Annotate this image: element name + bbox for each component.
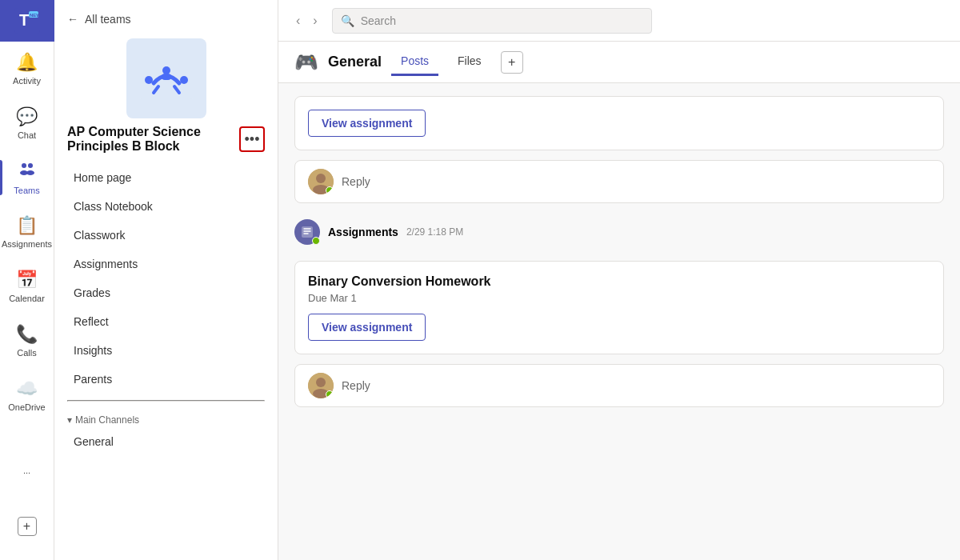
svg-point-7 (26, 170, 34, 175)
calendar-label: Calendar (9, 294, 45, 303)
add-icon: + (18, 517, 37, 536)
more-dots: ... (23, 466, 30, 475)
svg-point-5 (28, 163, 33, 168)
add-tab-button[interactable]: + (501, 51, 523, 74)
assignments-label: Assignments (328, 226, 398, 238)
sidebar-nav-parents[interactable]: Parents (54, 365, 278, 394)
view-assignment-button-2[interactable]: View assignment (308, 314, 426, 341)
assignment-title-2: Binary Conversion Homework (308, 274, 930, 289)
top-bar: ‹ › 🔍 Search (278, 0, 960, 42)
assignments-time: 2/29 1:18 PM (406, 226, 463, 238)
channel-title: General (328, 54, 382, 70)
reply-row-2[interactable]: Reply (294, 364, 944, 407)
channel-general[interactable]: General (54, 429, 278, 454)
search-bar[interactable]: 🔍 Search (332, 8, 652, 34)
search-placeholder: Search (361, 14, 396, 27)
add-button[interactable]: + (0, 499, 54, 554)
sidebar-item-calendar[interactable]: 📅 Calendar (0, 259, 54, 314)
sidebar-item-activity[interactable]: 🔔 Activity (0, 42, 54, 96)
svg-point-9 (145, 76, 153, 84)
left-nav: T NEW 🔔 Activity 💬 Chat Teams 📋 Assignme… (0, 0, 54, 560)
search-icon: 🔍 (341, 14, 354, 27)
nav-arrows: ‹ › (291, 10, 322, 31)
channel-icon: 🎮 (294, 51, 318, 74)
calendar-icon: 📅 (16, 270, 38, 290)
svg-point-12 (162, 66, 170, 74)
onedrive-icon: ☁️ (16, 378, 38, 399)
svg-text:NEW: NEW (30, 13, 40, 18)
team-avatar (126, 38, 206, 118)
sidebar-item-chat[interactable]: 💬 Chat (0, 96, 54, 150)
sidebar-nav-reflect[interactable]: Reflect (54, 307, 278, 336)
tab-files[interactable]: Files (448, 48, 491, 76)
chat-label: Chat (18, 130, 36, 140)
reply-label-2: Reply (342, 379, 370, 392)
assignments-label: Assignments (2, 239, 52, 249)
svg-point-10 (180, 76, 188, 84)
back-to-all-teams[interactable]: ← All teams (54, 0, 278, 32)
sidebar-nav-home[interactable]: Home page (54, 163, 278, 192)
all-teams-label: All teams (85, 13, 131, 26)
sidebar-item-teams[interactable]: Teams (0, 150, 54, 205)
back-arrow-button[interactable]: ‹ (291, 10, 305, 31)
sidebar-item-calls[interactable]: 📞 Calls (0, 314, 54, 368)
more-dots-icon: ••• (245, 131, 260, 148)
reply-label-1: Reply (342, 175, 370, 188)
activity-label: Activity (13, 76, 41, 86)
calls-label: Calls (17, 348, 36, 358)
back-arrow-icon: ← (67, 13, 78, 26)
teams-icon (18, 160, 36, 182)
avatar-online-badge-2 (326, 390, 334, 398)
svg-point-29 (316, 378, 326, 387)
svg-point-25 (316, 174, 326, 183)
assignments-notification-row: Assignments 2/29 1:18 PM (294, 213, 944, 251)
svg-rect-11 (162, 74, 171, 80)
feed: View assignment Reply (278, 83, 960, 560)
svg-rect-27 (302, 226, 313, 238)
avatar-1 (308, 169, 334, 194)
team-more-button[interactable]: ••• (239, 126, 265, 152)
svg-text:T: T (19, 11, 29, 29)
channels-section-label: ▾ Main Channels (54, 408, 278, 429)
channel-header: 🎮 General Posts Files + (278, 42, 960, 83)
sidebar-nav-assignments[interactable]: Assignments (54, 250, 278, 278)
reply-row-1[interactable]: Reply (294, 160, 944, 203)
sidebar-item-onedrive[interactable]: ☁️ OneDrive (0, 368, 54, 422)
avatar-online-badge-1 (326, 186, 334, 194)
sidebar-item-assignments[interactable]: 📋 Assignments (0, 205, 54, 259)
sidebar-nav-insights[interactable]: Insights (54, 336, 278, 365)
svg-point-4 (22, 163, 26, 168)
more-button[interactable]: ... (0, 443, 54, 498)
assignments-notification-icon (294, 219, 320, 245)
activity-icon: 🔔 (16, 52, 38, 73)
onedrive-label: OneDrive (8, 402, 45, 412)
assign-online-badge (312, 237, 320, 245)
tab-posts[interactable]: Posts (391, 48, 438, 76)
assignment-due-2: Due Mar 1 (308, 292, 930, 304)
channels-expand-icon: ▾ (67, 414, 72, 426)
add-tab-icon: + (508, 55, 515, 70)
sidebar: ← All teams AP Computer Science Principl… (54, 0, 278, 560)
sidebar-nav-notebook[interactable]: Class Notebook (54, 192, 278, 221)
sidebar-nav-grades[interactable]: Grades (54, 278, 278, 307)
team-name: AP Computer Science Principles B Block (67, 125, 233, 154)
chat-icon: 💬 (16, 106, 38, 127)
app-logo: T NEW (0, 0, 54, 42)
view-assignment-button-1[interactable]: View assignment (308, 110, 426, 137)
assignments-icon: 📋 (16, 215, 38, 236)
team-name-row: AP Computer Science Principles B Block •… (54, 125, 278, 163)
avatar-2 (308, 373, 334, 398)
calls-icon: 📞 (16, 324, 38, 345)
sidebar-nav-classwork[interactable]: Classwork (54, 221, 278, 250)
assignment-card-1: View assignment (294, 96, 944, 150)
main-content: ‹ › 🔍 Search 🎮 General Posts Files + Vie… (278, 0, 960, 560)
assignment-card-2: Binary Conversion Homework Due Mar 1 Vie… (294, 261, 944, 354)
teams-label: Teams (14, 186, 39, 195)
forward-arrow-button[interactable]: › (308, 10, 322, 31)
